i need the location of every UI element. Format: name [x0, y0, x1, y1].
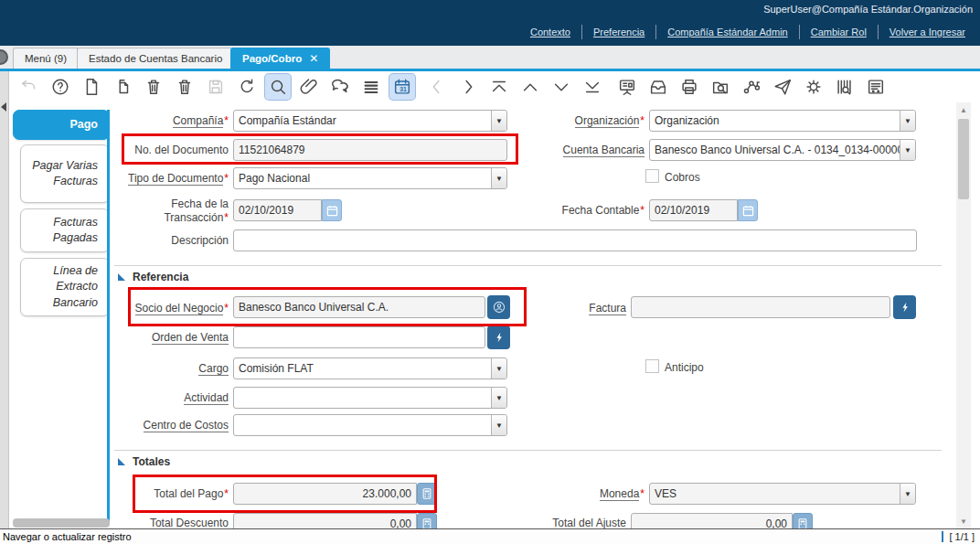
archive-icon[interactable] — [645, 74, 671, 100]
close-icon[interactable]: ✕ — [309, 53, 318, 64]
sidebar-scroll[interactable] — [13, 518, 110, 528]
cuenta-bancaria-select[interactable]: Banesco Banco Universal C.A. - 0134_0134… — [649, 139, 916, 161]
descripcion-input[interactable] — [233, 229, 917, 251]
moneda-select[interactable]: VES ▼ — [649, 483, 916, 505]
section-referencia: Referencia — [118, 271, 188, 283]
tipo-documento-select[interactable]: Pago Nacional ▼ — [233, 167, 507, 189]
calendar-picker-icon[interactable] — [738, 199, 758, 221]
section-totales-title: Totales — [133, 455, 170, 468]
tab-pago-cobro[interactable]: Pago/Cobro ✕ — [230, 48, 330, 69]
splitter-collapse-icon[interactable] — [1, 102, 6, 112]
collapse-triangle-icon[interactable] — [118, 273, 125, 281]
parent-record-icon[interactable] — [517, 74, 543, 100]
tipo-documento-label: Tipo de Documento* — [117, 172, 229, 186]
compania-select[interactable]: Compañía Estándar ▼ — [233, 110, 507, 132]
fecha-contable-input[interactable]: 02/10/2019 — [649, 199, 738, 221]
sidebar-tab-linea-extracto[interactable]: Línea de Extracto Bancario — [20, 258, 110, 316]
detail-record-icon[interactable] — [549, 74, 574, 100]
delete-selection-icon[interactable] — [172, 74, 197, 100]
cargo-label: Cargo — [117, 362, 229, 376]
chat-icon[interactable] — [327, 74, 353, 100]
section-separator — [114, 265, 942, 266]
actividad-select[interactable]: ▼ — [233, 387, 507, 409]
scrollbar-thumb[interactable] — [958, 119, 969, 199]
calendar-icon[interactable]: 31 — [389, 74, 415, 100]
total-pago-label: Total del Pago* — [117, 487, 229, 501]
organizacion-select[interactable]: Organización ▼ — [649, 110, 916, 132]
orden-venta-input[interactable] — [233, 326, 485, 348]
chevron-down-icon[interactable]: ▼ — [900, 484, 915, 504]
send-icon[interactable] — [770, 74, 795, 100]
new-record-icon[interactable] — [79, 74, 104, 100]
calculator-icon[interactable] — [417, 483, 437, 505]
vertical-scrollbar[interactable]: ▲ ▼ — [956, 102, 971, 528]
calendar-picker-icon[interactable] — [322, 199, 342, 221]
documento-label: No. del Documento — [117, 144, 229, 157]
socio-negocio-input[interactable]: Banesco Banco Universal C.A. — [233, 296, 485, 318]
chevron-down-icon[interactable]: ▼ — [491, 168, 506, 188]
record-search-icon[interactable] — [487, 325, 510, 349]
previous-record-icon[interactable] — [424, 74, 450, 100]
moneda-value: VES — [650, 487, 900, 500]
sidebar-tab-pago[interactable]: Pago — [13, 110, 110, 140]
copy-record-icon[interactable] — [110, 74, 135, 100]
refresh-icon[interactable] — [234, 74, 260, 100]
cobros-checkbox[interactable] — [645, 169, 659, 183]
header-link-cambiar-rol[interactable]: Cambiar Rol — [800, 27, 878, 37]
collapse-triangle-icon[interactable] — [118, 458, 125, 465]
scroll-up-icon[interactable]: ▲ — [956, 102, 971, 117]
header-link-volver-ingresar[interactable]: Volver a Ingresar — [879, 27, 976, 37]
help-icon[interactable] — [48, 74, 73, 100]
undo-icon[interactable] — [16, 74, 42, 100]
sidebar-tab-pagar-varias-facturas[interactable]: Pagar Varias Facturas — [20, 144, 110, 203]
organizacion-label: Organización* — [533, 114, 644, 128]
print-icon[interactable] — [676, 74, 702, 100]
cuenta-bancaria-label: Cuenta Bancaria — [533, 144, 644, 157]
record-divider — [942, 531, 943, 542]
save-icon[interactable] — [203, 74, 229, 100]
cargo-select[interactable]: Comisión FLAT ▼ — [233, 357, 507, 379]
chevron-down-icon[interactable]: ▼ — [491, 388, 506, 408]
report-icon[interactable] — [614, 74, 640, 100]
header-link-preferencia[interactable]: Preferencia — [582, 27, 655, 37]
moneda-label: Moneda* — [533, 487, 644, 501]
centro-costos-select[interactable]: ▼ — [233, 414, 507, 436]
status-message: Navegar o actualizar registro — [0, 531, 942, 542]
business-partner-info-icon[interactable] — [487, 295, 510, 319]
compania-value: Compañía Estándar — [234, 114, 491, 127]
chevron-down-icon[interactable]: ▼ — [900, 140, 915, 160]
header-link-contexto[interactable]: Contexto — [519, 27, 581, 37]
find-icon[interactable] — [265, 74, 291, 100]
sidebar-tab-facturas-pagadas[interactable]: Facturas Pagadas — [20, 208, 110, 252]
first-record-icon[interactable] — [486, 74, 512, 100]
anticipo-checkbox[interactable] — [645, 359, 659, 373]
total-pago-input[interactable]: 23.000,00 — [233, 483, 417, 505]
documento-input[interactable]: 11521064879 — [233, 139, 507, 161]
attachment-icon[interactable] — [296, 74, 322, 100]
next-record-icon[interactable] — [455, 74, 481, 100]
scroll-down-icon[interactable]: ▼ — [956, 514, 971, 528]
toggle-list-icon[interactable] — [358, 74, 384, 100]
tab-menu[interactable]: Menú (9) — [13, 48, 79, 69]
chevron-down-icon[interactable]: ▼ — [900, 111, 915, 131]
factura-input[interactable] — [631, 296, 890, 318]
product-info-icon[interactable] — [832, 74, 858, 100]
chevron-down-icon[interactable]: ▼ — [491, 358, 506, 379]
last-record-icon[interactable] — [580, 74, 605, 100]
delete-icon[interactable] — [141, 74, 166, 100]
window-notes-icon[interactable] — [863, 74, 889, 100]
tipo-documento-value: Pago Nacional — [234, 172, 491, 185]
chevron-down-icon[interactable]: ▼ — [491, 415, 506, 435]
header-links: Contexto Preferencia Compañía Estándar A… — [519, 22, 976, 42]
process-icon[interactable] — [801, 74, 826, 100]
tab-estado-cuentas[interactable]: Estado de Cuentas Bancario ✕ — [77, 48, 250, 69]
chevron-down-icon[interactable]: ▼ — [491, 111, 506, 131]
sidebar-tab-label: Línea de Extracto Bancario — [28, 263, 98, 312]
documento-value: 11521064879 — [239, 144, 305, 156]
workflow-icon[interactable] — [739, 74, 764, 100]
document-search-icon[interactable] — [708, 74, 733, 100]
fecha-transaccion-input[interactable]: 02/10/2019 — [233, 199, 322, 221]
section-totales: Totales — [118, 455, 170, 468]
header-link-role[interactable]: Compañía Estándar Admin — [656, 27, 798, 37]
record-search-icon[interactable] — [893, 295, 916, 319]
